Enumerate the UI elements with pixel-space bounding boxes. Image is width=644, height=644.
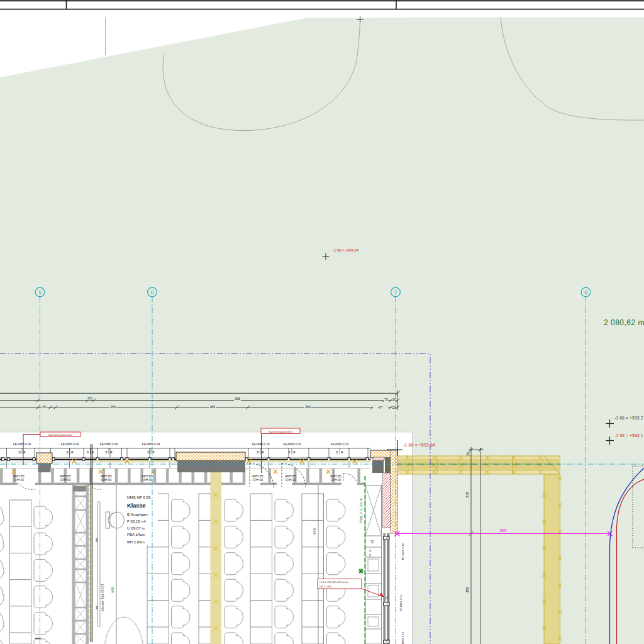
svg-text:B Kugelgarn: B Kugelgarn <box>127 512 149 516</box>
svg-text:356: 356 <box>305 405 311 409</box>
svg-text:FPH 90: FPH 90 <box>369 550 372 557</box>
svg-text:RH 2,86m: RH 2,86m <box>127 540 145 544</box>
svg-text:RPH B5: RPH B5 <box>252 475 264 478</box>
svg-text:RPH B5: RPH B5 <box>60 475 71 478</box>
svg-text:FPH 90: FPH 90 <box>253 479 264 482</box>
svg-text:FE-NMS 0 10: FE-NMS 0 10 <box>283 443 301 446</box>
svg-text:Nachlüftungslamellen: Nachlüftungslamellen <box>48 433 72 436</box>
svg-text:FE-NMS 0 09: FE-NMS 0 09 <box>61 443 79 446</box>
svg-text:FPH 90: FPH 90 <box>142 479 153 482</box>
svg-text:Interakt. Tafel BEST: Interakt. Tafel BEST <box>101 584 104 611</box>
svg-text:NMS NF 0 06: NMS NF 0 06 <box>127 495 151 499</box>
svg-text:RPH B5: RPH B5 <box>285 475 296 478</box>
svg-text:B: B <box>257 451 258 454</box>
svg-text:595: 595 <box>500 528 507 533</box>
svg-text:FE-NMS 0 09: FE-NMS 0 09 <box>100 443 118 446</box>
svg-text:FE-NMS 0 12: FE-NMS 0 12 <box>401 631 404 644</box>
svg-text:FE-NMS 0 09: FE-NMS 0 09 <box>142 443 160 446</box>
svg-text:FPH 90: FPH 90 <box>286 479 296 482</box>
svg-text:RPH B5: RPH B5 <box>330 475 341 478</box>
svg-text:B: B <box>18 451 20 454</box>
svg-text:FE-NMS 0 10: FE-NMS 0 10 <box>252 443 270 446</box>
svg-text:Klasse: Klasse <box>127 502 146 509</box>
svg-text:RPH B5: RPH B5 <box>142 475 153 478</box>
svg-text:B: B <box>336 451 338 454</box>
svg-text:-1 90 = +593 04: -1 90 = +593 04 <box>333 248 359 252</box>
svg-text:189: 189 <box>209 405 215 409</box>
svg-text:908: 908 <box>235 397 240 401</box>
svg-text:-1 59 = +593 1: -1 59 = +593 1 <box>614 433 643 438</box>
svg-text:Nachlüftungslamellen: Nachlüftungslamellen <box>269 430 292 433</box>
svg-text:FBA 14cm: FBA 14cm <box>127 532 145 536</box>
svg-text:RPH B5: RPH B5 <box>101 475 112 478</box>
svg-text:FE-NMS 0 09: FE-NMS 0 09 <box>13 443 31 446</box>
svg-text:-1 60 = +593 34: -1 60 = +593 34 <box>403 442 435 448</box>
svg-text:645: 645 <box>111 586 114 593</box>
svg-text:35: 35 <box>42 405 46 409</box>
svg-text:151: 151 <box>87 396 93 400</box>
svg-text:63: 63 <box>371 540 374 543</box>
svg-text:FWL = 3, 29 m: FWL = 3, 29 m <box>359 498 363 523</box>
svg-text:6: 6 <box>151 289 154 296</box>
svg-text:FPH 90: FPH 90 <box>60 479 71 482</box>
svg-text:356: 356 <box>110 405 116 409</box>
svg-text:356: 356 <box>465 587 469 592</box>
svg-text:B: B <box>87 451 89 454</box>
svg-text:2 080,62 m²: 2 080,62 m² <box>604 318 644 327</box>
svg-text:F 52,15 m²: F 52,15 m² <box>127 519 146 523</box>
svg-text:FPH 90: FPH 90 <box>331 479 341 482</box>
svg-text:FE-NMS 0 10: FE-NMS 0 10 <box>331 443 349 446</box>
svg-text:-1 66 = +593 2: -1 66 = +593 2 <box>614 416 643 420</box>
svg-text:8: 8 <box>584 289 587 296</box>
svg-text:FE-NMS 0 12: FE-NMS 0 12 <box>401 543 404 560</box>
svg-text:FE-NMS 0 11: FE-NMS 0 11 <box>399 594 402 611</box>
svg-text:B: B <box>147 451 149 454</box>
svg-text:7: 7 <box>394 289 397 296</box>
svg-text:645: 645 <box>313 528 316 535</box>
svg-text:UK = 2,85: UK = 2,85 <box>319 585 331 588</box>
svg-text:20: 20 <box>466 452 470 456</box>
svg-text:B: B <box>105 451 107 454</box>
svg-text:47°: 47° <box>378 406 382 409</box>
svg-text:5: 5 <box>38 289 42 296</box>
svg-text:I 13 0,75/0,49 mN Decke: I 13 0,75/0,49 mN Decke <box>319 580 349 584</box>
svg-text:B: B <box>288 451 290 454</box>
svg-text:FPH 90: FPH 90 <box>14 479 25 482</box>
svg-text:75: 75 <box>384 398 388 401</box>
svg-text:FPH 90: FPH 90 <box>101 479 112 482</box>
svg-text:RPH B5: RPH B5 <box>13 475 25 478</box>
svg-text:219: 219 <box>465 492 469 497</box>
svg-text:U 29,07 m: U 29,07 m <box>127 526 145 530</box>
svg-text:B: B <box>66 451 68 454</box>
